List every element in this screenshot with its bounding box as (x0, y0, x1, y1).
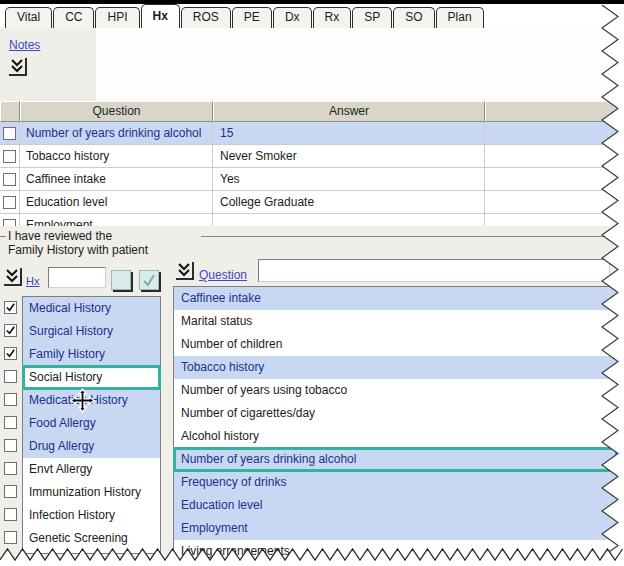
row-answer: 15 (213, 122, 485, 144)
check-all-button[interactable] (139, 270, 159, 290)
category-checkbox-genetic[interactable] (4, 531, 17, 544)
torn-edge-bottom (0, 544, 624, 566)
row-answer: Yes (213, 168, 485, 190)
hx-link[interactable]: Hx (26, 275, 39, 287)
category-item-envt-allergy[interactable]: Envt Allergy (23, 458, 160, 481)
torn-edge-right (598, 5, 624, 566)
table-row[interactable]: Number of years drinking alcohol 15 (0, 122, 618, 145)
hx-expand-button[interactable] (4, 268, 22, 286)
tab-rx[interactable]: Rx (313, 7, 352, 28)
question-link[interactable]: Question (199, 268, 247, 282)
tab-vital[interactable]: Vital (5, 7, 52, 28)
table-row[interactable]: Caffinee intake Yes (0, 168, 618, 191)
question-item-alcohol-history[interactable]: Alcohol history (174, 425, 617, 448)
header-checkbox-col (0, 101, 20, 122)
category-checkbox-social[interactable] (4, 370, 17, 383)
double-chevron-down-icon (5, 269, 19, 283)
category-checkbox-family[interactable] (4, 347, 17, 360)
category-checkbox-medication[interactable] (4, 393, 17, 406)
tab-dx[interactable]: Dx (273, 7, 312, 28)
question-item-years-drinking-alcohol[interactable]: Number of years drinking alcohol (174, 448, 617, 471)
double-chevron-down-icon (10, 59, 24, 73)
tab-hpi[interactable]: HPI (95, 7, 139, 28)
checkmark-icon (141, 272, 157, 288)
question-item-employment[interactable]: Employment (174, 517, 617, 540)
tab-pe[interactable]: PE (232, 7, 272, 28)
question-item-frequency-of-drinks[interactable]: Frequency of drinks (174, 471, 617, 494)
category-item-surgical-history[interactable]: Surgical History (23, 320, 160, 343)
question-item-number-of-children[interactable]: Number of children (174, 333, 617, 356)
table-row[interactable]: Education level College Graduate (0, 191, 618, 214)
row-answer: College Graduate (213, 191, 485, 213)
table-row[interactable]: Tobacco history Never Smoker (0, 145, 618, 168)
tab-bar: Vital CC HPI Hx ROS PE Dx Rx SP SO Plan (0, 4, 614, 28)
review-note-line1: I have reviewed the (8, 229, 198, 243)
category-checkbox-infection[interactable] (4, 508, 17, 521)
ehr-hx-screen: Vital CC HPI Hx ROS PE Dx Rx SP SO Plan … (0, 0, 624, 566)
uncheck-all-button[interactable] (111, 270, 131, 290)
category-item-infection-history[interactable]: Infection History (23, 504, 160, 527)
notes-expand-button[interactable] (9, 58, 27, 76)
tab-so[interactable]: SO (393, 7, 434, 28)
tab-sp[interactable]: SP (352, 7, 392, 28)
question-item-caffinee-intake[interactable]: Caffinee intake (174, 287, 617, 310)
checkmark-icon (5, 348, 16, 359)
row-checkbox[interactable] (3, 173, 16, 186)
category-checkbox-surgical[interactable] (4, 324, 17, 337)
category-checkbox-medical[interactable] (4, 301, 17, 314)
tab-ros[interactable]: ROS (181, 7, 231, 28)
category-item-drug-allergy[interactable]: Drug Allergy (23, 435, 160, 458)
table-header: Question Answer (0, 101, 618, 122)
category-item-food-allergy[interactable]: Food Allergy (23, 412, 160, 435)
question-item-tobacco-history[interactable]: Tobacco history (174, 356, 617, 379)
notes-strip: Notes (0, 28, 96, 101)
row-checkbox[interactable] (3, 196, 16, 209)
category-checkbox-envt[interactable] (4, 462, 17, 475)
row-checkbox[interactable] (3, 150, 16, 163)
hx-search-input[interactable] (48, 267, 106, 288)
row-question: Caffinee intake (20, 168, 213, 190)
row-checkbox[interactable] (3, 127, 16, 140)
row-answer: Never Smoker (213, 145, 485, 167)
category-list: Medical History Surgical History Family … (22, 296, 161, 554)
question-item-education-level[interactable]: Education level (174, 494, 617, 517)
category-checkbox-immunization[interactable] (4, 485, 17, 498)
double-chevron-down-icon (177, 263, 191, 277)
tab-cc[interactable]: CC (53, 7, 94, 28)
category-item-immunization-history[interactable]: Immunization History (23, 481, 160, 504)
header-question: Question (20, 101, 213, 122)
review-note-line2: Family History with patient (8, 243, 198, 257)
question-list: Caffinee intake Marital status Number of… (173, 286, 618, 566)
question-item-cigarettes-per-day[interactable]: Number of cigarettes/day (174, 402, 617, 425)
category-item-social-history[interactable]: Social History (23, 366, 160, 389)
review-note-label: I have reviewed the Family History with … (8, 229, 198, 257)
category-item-family-history[interactable]: Family History (23, 343, 160, 366)
answered-questions-table: Question Answer Number of years drinking… (0, 101, 618, 237)
header-answer: Answer (213, 101, 485, 122)
checkmark-icon (5, 302, 16, 313)
notes-link[interactable]: Notes (9, 38, 40, 52)
question-item-marital-status[interactable]: Marital status (174, 310, 617, 333)
hx-detail-panel: I have reviewed the Family History with … (0, 226, 624, 566)
row-question: Education level (20, 191, 213, 213)
groupbox-border-left (0, 236, 6, 237)
groupbox-border-right (201, 236, 618, 237)
question-expand-button[interactable] (176, 262, 194, 280)
question-item-years-using-tobacco[interactable]: Number of years using tobacco (174, 379, 617, 402)
row-question: Tobacco history (20, 145, 213, 167)
category-checkbox-food[interactable] (4, 416, 17, 429)
checkmark-icon (5, 325, 16, 336)
row-question: Number of years drinking alcohol (20, 122, 213, 144)
question-search-input[interactable] (258, 259, 610, 282)
notes-content-area (96, 28, 618, 101)
tab-hx[interactable]: Hx (141, 4, 180, 28)
category-item-medical-history[interactable]: Medical History (23, 297, 160, 320)
category-checkbox-drug[interactable] (4, 439, 17, 452)
category-item-medication-history[interactable]: Medication History (23, 389, 160, 412)
tab-plan[interactable]: Plan (436, 7, 484, 28)
